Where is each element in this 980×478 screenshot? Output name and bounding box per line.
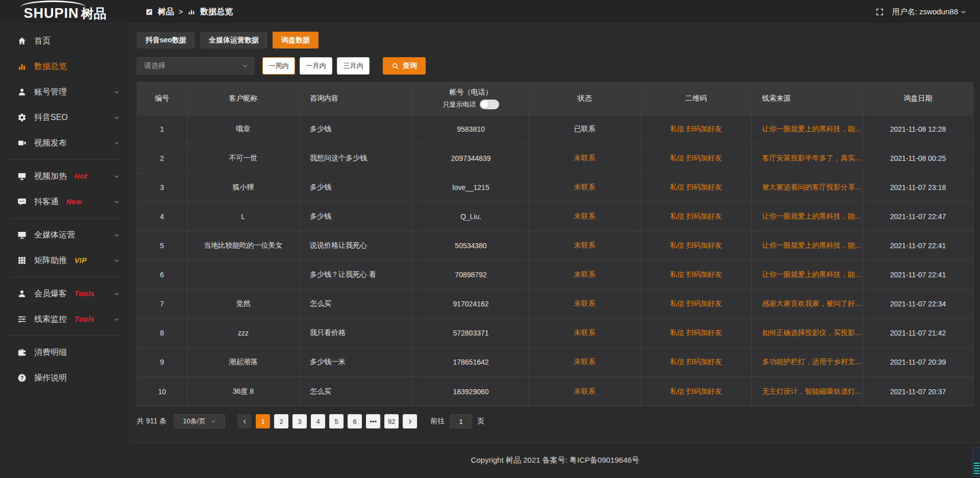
tab-2[interactable]: 询盘数据 xyxy=(273,32,318,49)
sidebar-item-video-4[interactable]: 视频发布 xyxy=(0,130,130,156)
prev-page-button[interactable] xyxy=(237,414,252,428)
cell-qrcode[interactable]: 私信 扫码加好友 xyxy=(641,231,752,260)
cell-status: 未联系 xyxy=(529,290,641,319)
page-button-4[interactable]: 4 xyxy=(311,414,325,428)
footer: Copyright 树品 2021 备案号: 粤ICP备09019646号 xyxy=(130,442,980,478)
page-size-select[interactable]: 10条/页 xyxy=(174,414,225,428)
phone-only-toggle[interactable] xyxy=(480,100,499,109)
cell-source[interactable]: 如何正确选择投影仪，买投影... xyxy=(752,319,863,348)
range-button-2[interactable]: 三月内 xyxy=(337,57,370,75)
floating-widget[interactable] xyxy=(972,447,980,476)
page-button-2[interactable]: 2 xyxy=(274,414,288,428)
page-unit-label: 页 xyxy=(477,417,484,426)
chevron-down-icon xyxy=(113,291,120,297)
cell-qrcode[interactable]: 私信 扫码加好友 xyxy=(641,348,752,377)
page-button-•••[interactable]: ••• xyxy=(366,414,380,428)
table-row: 1036度 8怎么买183929060未联系私信 扫码加好友无主灯设计，智能磁吸… xyxy=(137,377,973,406)
gear-icon xyxy=(17,113,27,122)
cell-qrcode[interactable]: 私信 扫码加好友 xyxy=(641,260,752,290)
sidebar-item-chat-6[interactable]: 抖客通New xyxy=(0,189,130,214)
user-dropdown[interactable]: 用户名: zswodun88 xyxy=(892,7,967,17)
cell-qrcode[interactable]: 私信 扫码加好友 xyxy=(641,115,752,144)
col-status: 状态 xyxy=(529,83,641,115)
cell-id: 9 xyxy=(137,348,187,377)
breadcrumb-page[interactable]: 数据总览 xyxy=(200,7,233,17)
cell-content: 说说价格让我死心 xyxy=(300,231,413,260)
page-button-5[interactable]: 5 xyxy=(329,414,344,428)
cell-date: 2021-11-08 00:25 xyxy=(863,144,973,173)
tab-0[interactable]: 抖音seo数据 xyxy=(137,32,195,49)
cell-qrcode[interactable]: 私信 扫码加好友 xyxy=(641,144,752,173)
logo-text-en: SHUPIN xyxy=(23,7,79,20)
breadcrumb-app[interactable]: 树品 xyxy=(158,7,174,17)
table-header: 编号 客户昵称 咨询内容 帐号（电话） 只显示电话 状态 二维码 线索来源 询盘… xyxy=(137,83,973,115)
breadcrumb: 树品 > 数据总览 xyxy=(145,7,233,17)
sidebar-item-monitor-5[interactable]: 视频加热Hot xyxy=(0,163,130,189)
screen-icon xyxy=(17,230,27,240)
cell-nickname: zzz xyxy=(187,319,300,348)
search-icon xyxy=(391,62,399,70)
page-button-6[interactable]: 6 xyxy=(348,414,362,428)
range-button-1[interactable]: 一月内 xyxy=(300,57,332,75)
table-row: 5当地比较能吃的一位美女说说价格让我死心50534380未联系私信 扫码加好友让… xyxy=(137,231,973,260)
goto-label: 前往 xyxy=(430,417,445,426)
page-button-3[interactable]: 3 xyxy=(292,414,307,428)
cell-qrcode[interactable]: 私信 扫码加好友 xyxy=(641,319,752,348)
cell-qrcode[interactable]: 私信 扫码加好友 xyxy=(641,202,752,231)
sidebar-item-sliders-10[interactable]: 线索监控Tools xyxy=(0,306,130,332)
question-icon: ? xyxy=(17,373,27,383)
query-button[interactable]: 查询 xyxy=(383,57,426,75)
table-row: 4L多少钱Q_Liu.未联系私信 扫码加好友让你一眼就爱上的黑科技，能...20… xyxy=(137,202,973,231)
cell-source[interactable]: 感谢大家喜欢我家，被问了好... xyxy=(752,290,863,319)
sidebar-item-home-0[interactable]: 首页 xyxy=(0,28,130,54)
fullscreen-icon[interactable] xyxy=(875,8,884,16)
sidebar-item-label: 会员爆客 xyxy=(34,289,67,299)
cell-account: 50534380 xyxy=(413,231,529,260)
next-page-button[interactable] xyxy=(403,414,417,428)
cell-source[interactable]: 让你一眼就爱上的黑科技，能... xyxy=(752,115,863,144)
sidebar-item-bar-chart-1[interactable]: 数据总览 xyxy=(0,54,130,79)
sidebar-item-question-12[interactable]: ?操作说明 xyxy=(0,365,130,391)
page-button-1[interactable]: 1 xyxy=(256,414,270,428)
chevron-down-icon xyxy=(113,140,120,147)
sidebar-item-gear-3[interactable]: 抖音SEO xyxy=(0,105,130,130)
cell-source[interactable]: 让你一眼就爱上的黑科技，能... xyxy=(752,260,863,290)
sidebar-item-user-9[interactable]: 会员爆客Tools xyxy=(0,281,130,306)
cell-source[interactable]: 让你一眼就爱上的黑科技，能... xyxy=(752,202,863,231)
data-tabs: 抖音seo数据全媒体运营数据询盘数据 xyxy=(137,32,973,49)
cell-id: 7 xyxy=(137,290,187,319)
cell-source[interactable]: 客厅安装投影半年多了，真实... xyxy=(752,144,863,173)
table-row: 1哦章多少钱9583810已联系私信 扫码加好友让你一眼就爱上的黑科技，能...… xyxy=(137,115,973,144)
sidebar-item-screen-7[interactable]: 全媒体运营 xyxy=(0,222,130,248)
cell-id: 4 xyxy=(137,202,187,231)
table-row: 2不可一世我想问这个多少钱2097344839未联系私信 扫码加好友客厅安装投影… xyxy=(137,144,973,173)
table-row: 9潮起潮落多少钱一米178651642未联系私信 扫码加好友多功能护栏灯，适用于… xyxy=(137,348,973,377)
filter-select[interactable]: 请选择 xyxy=(137,57,254,75)
cell-account: 2097344839 xyxy=(413,144,529,173)
menu-badge: VIP xyxy=(75,256,87,265)
col-id: 编号 xyxy=(137,83,187,115)
page-button-92[interactable]: 92 xyxy=(384,414,399,428)
cell-account: 572803371 xyxy=(413,319,529,348)
cell-source[interactable]: 被大家追着问的客厅投影分享... xyxy=(752,173,863,202)
cell-date: 2021-11-07 21:42 xyxy=(863,319,973,348)
sidebar-item-wallet-11[interactable]: 消费明细 xyxy=(0,340,130,365)
cell-qrcode[interactable]: 私信 扫码加好友 xyxy=(641,173,752,202)
cell-account: Q_Liu. xyxy=(413,202,529,231)
cell-content: 我只看价格 xyxy=(300,319,413,348)
sidebar-item-grid-8[interactable]: 矩阵助推VIP xyxy=(0,248,130,273)
cell-source[interactable]: 让你一眼就爱上的黑科技，能... xyxy=(752,231,863,260)
goto-page-input[interactable] xyxy=(450,414,472,428)
cell-qrcode[interactable]: 私信 扫码加好友 xyxy=(641,377,752,406)
tab-1[interactable]: 全媒体运营数据 xyxy=(200,32,267,49)
chevron-down-icon xyxy=(960,9,967,15)
sidebar-item-user-2[interactable]: 账号管理 xyxy=(0,79,130,105)
edit-square-icon xyxy=(145,8,153,16)
cell-source[interactable]: 无主灯设计，智能磁吸轨道灯... xyxy=(752,377,863,406)
range-button-0[interactable]: 一周内 xyxy=(262,57,295,75)
cell-id: 6 xyxy=(137,260,187,290)
cell-source[interactable]: 多功能护栏灯，适用于乡村文... xyxy=(752,348,863,377)
cell-qrcode[interactable]: 私信 扫码加好友 xyxy=(641,290,752,319)
sidebar-item-label: 数据总览 xyxy=(34,61,67,72)
app-logo: SHUPIN 树品 xyxy=(0,0,130,24)
